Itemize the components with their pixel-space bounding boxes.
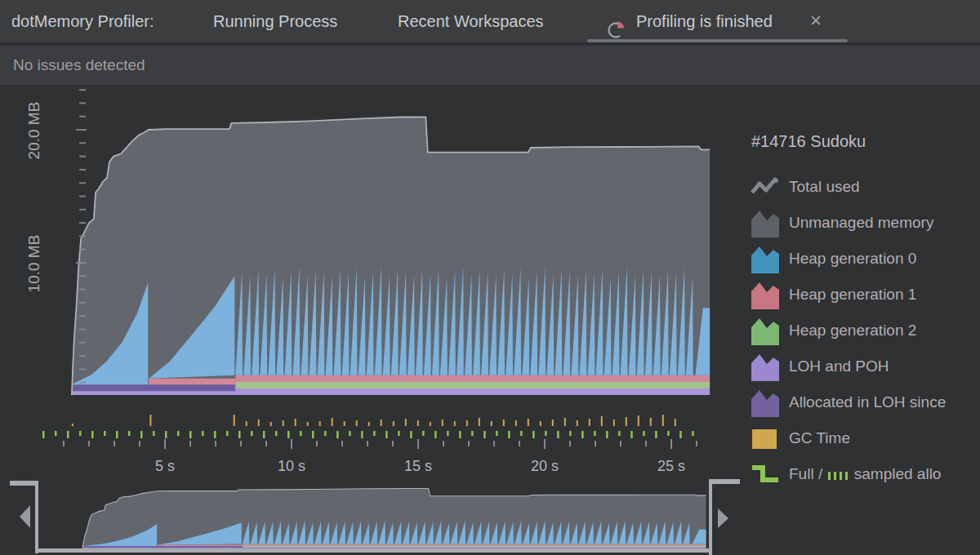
overview-range-handle-right[interactable] — [709, 479, 740, 484]
x-axis-label-5s: 5 s — [155, 458, 175, 475]
y-axis-label-20mb: 20.0 MB — [25, 84, 45, 177]
sampled-dash-icon — [828, 472, 831, 480]
overview-scroll-left-icon[interactable] — [20, 505, 30, 528]
legend-item-loh[interactable]: LOH and POH — [750, 349, 980, 385]
overview-scrollbar[interactable] — [38, 548, 709, 553]
legend-item-gen0[interactable]: Heap generation 0 — [750, 242, 980, 278]
x-axis-label-15s: 15 s — [404, 458, 432, 475]
legend-item-gc-time[interactable]: GC Time — [750, 421, 980, 457]
total-used-line-icon — [750, 172, 781, 203]
legend-item-unmanaged[interactable]: Unmanaged memory — [750, 206, 980, 242]
x-axis-label-10s: 10 s — [278, 458, 305, 475]
loh-allocated-area-icon — [750, 388, 781, 419]
chart-legend: #14716 Sudoku Total used Unmanaged memor… — [739, 87, 980, 555]
unmanaged-area-icon — [750, 208, 781, 239]
legend-item-allocations[interactable]: Full / sampled allo — [750, 457, 980, 493]
overview-range-handle-left[interactable] — [10, 481, 38, 486]
memory-timeline-region[interactable]: 20.0 MB 10.0 MB 5 s 10 s 15 s 20 s 25 s … — [0, 87, 980, 555]
overview-range-handle-right-bar[interactable] — [709, 479, 712, 555]
sampled-dash-icon — [834, 472, 836, 480]
legend-item-gen2[interactable]: Heap generation 2 — [750, 313, 980, 349]
overview-scroll-right-icon[interactable] — [718, 508, 728, 528]
legend-item-gen1[interactable]: Heap generation 1 — [750, 278, 980, 313]
sampled-dash-icon — [845, 472, 848, 480]
full-allocations-step-icon — [750, 460, 781, 491]
sampled-dash-icon — [840, 472, 842, 480]
x-axis-label-20s: 20 s — [531, 458, 559, 475]
x-axis-label-25s: 25 s — [657, 458, 685, 475]
process-title: #14716 Sudoku — [751, 132, 866, 151]
overview-range-handle-left-bar[interactable] — [35, 481, 38, 553]
loh-area-icon — [750, 352, 781, 383]
legend-item-total-used[interactable]: Total used — [750, 170, 980, 206]
heap-gen0-area-icon — [750, 244, 781, 275]
heap-gen2-area-icon — [750, 316, 781, 347]
dotmemory-profiler-window: dotMemory Profiler: Running Process Rece… — [0, 0, 980, 555]
y-axis-label-10mb: 10.0 MB — [25, 217, 45, 310]
heap-gen1-area-icon — [750, 280, 781, 311]
legend-item-loh-allocated[interactable]: Allocated in LOH since — [750, 385, 980, 421]
gc-time-square-icon — [750, 424, 781, 455]
